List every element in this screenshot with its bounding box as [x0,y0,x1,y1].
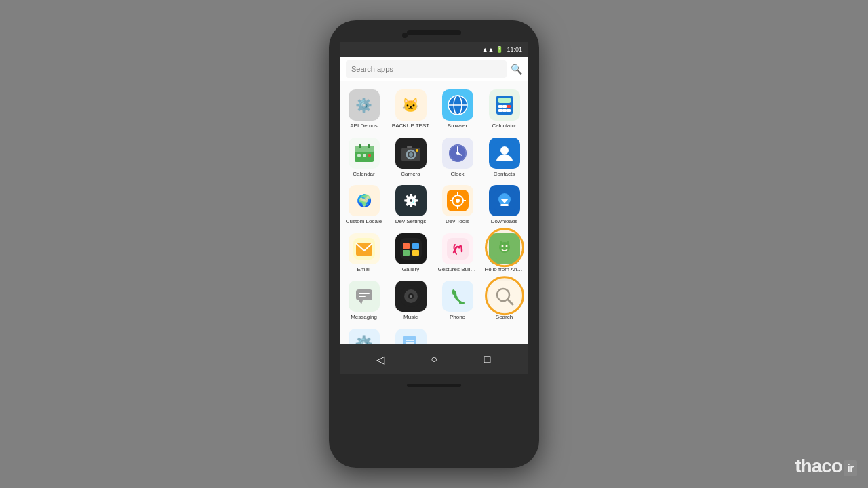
app-item-custom-locale[interactable]: 🌍 Custom Locale [340,180,387,228]
svg-rect-55 [507,241,509,244]
front-camera [402,33,408,38]
svg-rect-54 [500,241,502,244]
app-item-contacts[interactable]: Contacts [481,132,528,180]
app-item-email[interactable]: Email [340,228,387,276]
app-label-clock: Clock [450,171,464,178]
app-item-music[interactable]: Music [387,275,434,323]
svg-rect-10 [502,109,507,112]
svg-point-52 [501,245,503,247]
app-item-search[interactable]: Search [481,275,528,323]
svg-point-33 [456,199,460,203]
app-item-downloads[interactable]: Downloads [481,180,528,228]
svg-rect-17 [363,154,366,157]
app-icon-calendar [349,138,380,169]
app-label-email: Email [357,266,370,273]
watermark: thacoir [795,455,857,477]
svg-rect-13 [355,146,374,152]
app-icon-camera [395,138,427,169]
app-icon-browser [442,89,473,121]
svg-rect-22 [407,146,412,148]
app-item-gestures[interactable]: Gestures Builder [434,228,481,276]
app-icon-dev-tools [442,185,473,216]
app-icon-downloads [489,185,520,216]
phone-device: ▲▲ 🔋 11:01 🔍 ⚙️ API Demos 🐱 BACKUP TEST [329,20,539,468]
status-icons: ▲▲ 🔋 11:01 [482,46,522,53]
svg-rect-49 [447,238,469,260]
app-label-contacts: Contacts [494,171,515,178]
svg-rect-47 [403,250,410,256]
svg-rect-41 [500,204,509,206]
app-item-dev-settings[interactable]: ⚙️ Dev Settings [387,180,434,228]
app-item-gallery[interactable]: Gallery [387,228,434,276]
search-input[interactable] [346,60,507,78]
svg-rect-59 [359,293,370,294]
recents-button[interactable]: □ [477,348,498,370]
svg-rect-6 [498,105,502,108]
battery-icon: 🔋 [496,46,503,53]
phone-screen: ▲▲ 🔋 11:01 🔍 ⚙️ API Demos 🐱 BACKUP TEST [340,42,528,374]
svg-point-23 [416,149,418,152]
app-icon-gallery [395,233,427,264]
app-item-dev-tools[interactable]: Dev Tools [434,180,481,228]
svg-rect-8 [507,105,511,108]
app-item-backup-test[interactable]: 🐱 BACKUP TEST [387,84,434,132]
app-icon-search [489,281,520,312]
app-icon-custom-locale: 🌍 [349,185,380,216]
app-icon-hello [489,233,520,264]
bottom-speaker [407,384,461,387]
app-item-create[interactable]: Create [387,323,434,344]
app-item-camera[interactable]: Camera [387,132,434,180]
app-label-calendar: Calendar [353,171,374,178]
svg-rect-9 [498,109,502,112]
svg-rect-60 [359,296,366,297]
app-label-backup-test: BACKUP TEST [392,123,429,129]
svg-point-21 [409,152,413,157]
app-label-messaging: Messaging [351,314,377,321]
app-icon-dev-settings: ⚙️ [395,185,427,216]
app-icon-music [395,281,427,312]
app-item-calculator[interactable]: Calculator [481,84,528,132]
app-label-music: Music [403,314,418,321]
svg-point-64 [410,295,412,298]
status-bar: ▲▲ 🔋 11:01 [340,42,528,57]
app-label-search: Search [496,314,513,321]
app-label-downloads: Downloads [491,218,518,225]
app-label-hello: Hello from Andr.. [485,266,524,273]
app-item-api-demos[interactable]: ⚙️ API Demos [340,84,387,132]
app-label-phone: Phone [450,314,465,321]
app-icon-messaging [349,281,380,312]
app-item-settings[interactable]: ⚙️ Settings [340,323,387,344]
app-label-gestures: Gestures Builder [438,266,477,273]
app-item-hello[interactable]: Hello from Andr.. [481,228,528,276]
svg-rect-48 [412,250,419,256]
app-item-browser[interactable]: Browser [434,84,481,132]
back-button[interactable]: ◁ [370,348,391,370]
app-icon-email [349,233,380,264]
app-item-clock[interactable]: Clock [434,132,481,180]
app-icon-phone [442,281,473,312]
search-bar[interactable]: 🔍 [340,57,528,81]
app-icon-settings: ⚙️ [349,329,380,344]
svg-rect-15 [368,144,370,148]
svg-line-67 [508,300,513,304]
svg-rect-18 [368,154,371,157]
app-item-messaging[interactable]: Messaging [340,275,387,323]
app-label-dev-tools: Dev Tools [446,218,469,225]
app-item-calendar[interactable]: Calendar [340,132,387,180]
svg-point-30 [500,146,509,155]
app-icon-create [395,329,427,344]
app-label-api-demos: API Demos [350,123,377,129]
app-item-phone[interactable]: Phone [434,275,481,323]
app-icon-api-demos: ⚙️ [349,89,380,121]
navigation-bar: ◁ ○ □ [340,344,528,374]
app-icon-backup-test: 🐱 [395,89,427,121]
app-label-custom-locale: Custom Locale [346,218,382,225]
svg-rect-11 [507,109,511,112]
app-label-gallery: Gallery [402,266,419,273]
app-label-dev-settings: Dev Settings [395,218,426,225]
app-icon-calculator [489,89,520,121]
svg-rect-14 [359,144,361,148]
search-icon[interactable]: 🔍 [511,64,522,75]
home-button[interactable]: ○ [423,348,445,370]
app-icon-gestures [442,233,473,264]
